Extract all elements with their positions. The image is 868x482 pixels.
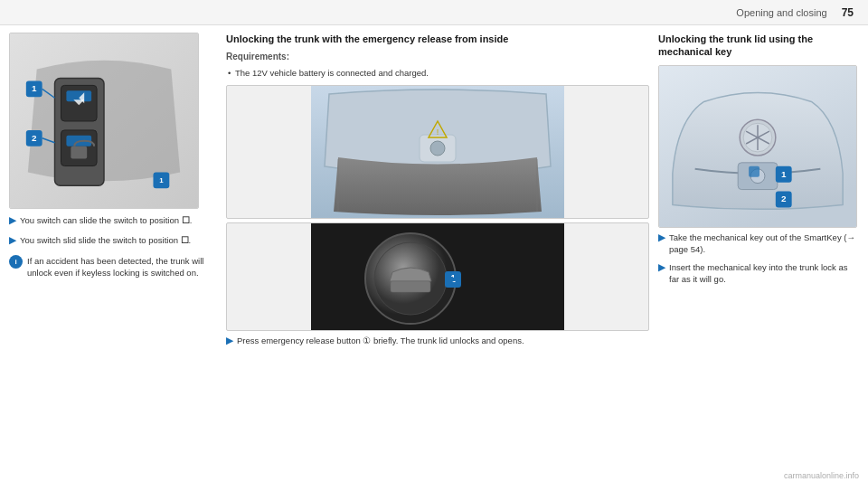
req-label: Requirements:	[226, 52, 649, 61]
arrow-icon-right-2: ▶	[658, 261, 665, 274]
mid-bullet-1: The 12V vehicle battery is connected and…	[226, 67, 649, 79]
svg-rect-8	[71, 146, 87, 159]
arrow-icon-1: ▶	[9, 214, 16, 227]
svg-text:1: 1	[781, 168, 787, 178]
mid-arrow-caption: ▶ Press emergency release button ① brief…	[226, 335, 649, 346]
main-content: 1 2 1 ▶ You switch can slide the switch …	[0, 25, 868, 464]
mid-column: Unlocking the trunk with the emergency r…	[226, 33, 649, 457]
release-btn-svg: 1	[227, 222, 648, 331]
release-button-image: 1	[226, 222, 649, 331]
top-bar-text: Opening and closing 75	[736, 6, 854, 19]
left-column: 1 2 1 ▶ You switch can slide the switch …	[9, 33, 217, 457]
svg-text:2: 2	[32, 133, 37, 143]
car-trunk-svg: 1 2	[659, 65, 856, 228]
mid-section-heading: Unlocking the trunk with the emergency r…	[226, 33, 649, 45]
info-badge: i	[9, 255, 23, 269]
section-label: Opening and closing	[736, 7, 826, 18]
svg-text:1: 1	[159, 176, 164, 184]
arrow-icon-2: ▶	[9, 234, 16, 247]
right-arrow-item-2: ▶ Insert the mechanical key into the tru…	[658, 261, 857, 286]
trunk-interior-svg: !	[227, 85, 648, 219]
switch-image: 1 2 1	[9, 33, 199, 209]
info-note: i If an accident has been detected, the …	[9, 255, 217, 279]
right-arrow-item-1: ▶ Take the mechanical key out of the Sma…	[658, 232, 857, 256]
switch-diagram-svg: 1 2 1	[10, 33, 198, 209]
right-section-heading: Unlocking the trunk lid using the mechan…	[658, 33, 857, 59]
arrow-icon-mid: ▶	[226, 335, 233, 347]
svg-text:1: 1	[32, 83, 37, 93]
top-bar: Opening and closing 75	[0, 0, 868, 25]
right-column: Unlocking the trunk lid using the mechan…	[658, 33, 857, 457]
svg-rect-43	[749, 165, 760, 176]
svg-rect-27	[391, 281, 430, 292]
trunk-interior-image: !	[226, 85, 649, 219]
svg-text:2: 2	[781, 194, 787, 203]
left-arrow-item-1: ▶ You switch can slide the switch to pos…	[9, 214, 217, 226]
arrow-icon-right-1: ▶	[658, 232, 665, 244]
watermark: carmanualonline.info	[784, 471, 859, 480]
svg-point-19	[430, 141, 445, 156]
svg-text:!: !	[437, 128, 439, 137]
page-number: 75	[842, 6, 854, 19]
left-arrow-item-2: ▶ You switch slid slide the switch to po…	[9, 234, 217, 246]
car-trunk-image: 1 2	[658, 65, 857, 228]
